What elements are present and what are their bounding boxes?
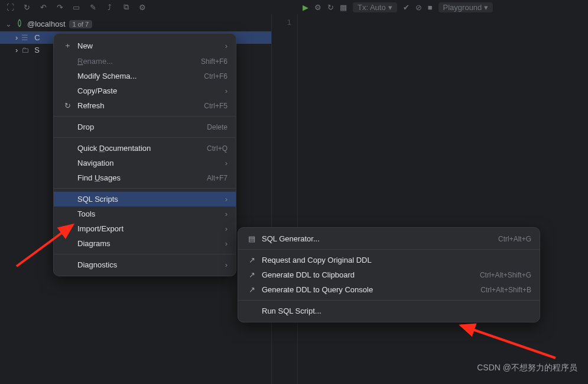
ctx-item-find-usages[interactable]: Find UsagesAlt+F7 (54, 170, 236, 185)
menu-item-label: Run SQL Script... (262, 306, 531, 315)
stop-icon[interactable]: ▩ (340, 3, 347, 12)
chevron-right-icon: › (220, 195, 228, 204)
context-menu: ＋New›Rename...Shift+F6Modify Schema...Ct… (53, 33, 236, 276)
ctx-item-tools[interactable]: Tools› (54, 206, 236, 221)
connection-row[interactable]: ⌄ @localhost 1 of 7 (0, 17, 271, 31)
editor-gutter: 1 (272, 14, 298, 384)
menu-item-label: Drop (77, 122, 197, 131)
menu-item-label: Rename... (77, 57, 191, 66)
stop-icon[interactable]: ■ (428, 3, 433, 12)
external-icon: ↗ (246, 270, 257, 279)
menu-item-shortcut: Ctrl+Alt+Shift+B (471, 286, 531, 294)
db-icon[interactable]: ▭ (71, 2, 82, 12)
leaf-icon (15, 19, 24, 29)
menu-item-label: Quick Documentation (77, 144, 197, 153)
menu-item-label: SQL Generator... (262, 234, 489, 243)
tree-item-label: C (34, 33, 40, 42)
editor-pane: 1 ▶ ⚙ ↻ ▩ Tx: Auto ▾ ✔ ⊘ ■ Playground ▾ (272, 14, 588, 384)
ctx-item-diagnostics[interactable]: Diagnostics› (54, 257, 236, 272)
ctx-item-copy-paste[interactable]: Copy/Paste› (54, 83, 236, 98)
chevron-right-icon: › (220, 159, 228, 167)
menu-item-label: Diagrams (77, 239, 216, 248)
rollback-icon[interactable]: ⊘ (415, 3, 422, 12)
menu-separator (54, 116, 236, 117)
menu-item-label: Refresh (77, 101, 194, 110)
ctx-item-diagrams[interactable]: Diagrams› (54, 236, 236, 251)
schema-icon: ☰ (21, 33, 31, 42)
connection-name: @localhost (27, 20, 66, 28)
menu-item-label: Generate DDL to Query Console (262, 285, 471, 294)
commit-icon[interactable]: ✔ (403, 3, 410, 12)
menu-separator (54, 188, 236, 189)
sql-item-sql-generator[interactable]: ▤SQL Generator...Ctrl+Alt+G (238, 231, 540, 246)
folder-icon: 🗀 (21, 46, 31, 54)
ctx-item-import-export[interactable]: Import/Export› (54, 221, 236, 236)
redo-icon[interactable]: ↷ (54, 2, 65, 12)
ctx-item-refresh[interactable]: ↻RefreshCtrl+F5 (54, 98, 236, 113)
tx-mode-dropdown[interactable]: Tx: Auto ▾ (353, 2, 397, 12)
ctx-item-navigation[interactable]: Navigation› (54, 156, 236, 170)
chevron-down-icon: ▾ (484, 3, 488, 12)
export-icon[interactable]: ⤴ (104, 2, 115, 12)
menu-item-shortcut: Delete (197, 123, 228, 131)
ctx-item-drop[interactable]: DropDelete (54, 120, 236, 134)
chevron-right-icon: › (220, 41, 228, 50)
chevron-right-icon: › (220, 260, 228, 269)
expand-icon[interactable]: ⛶ (5, 2, 15, 12)
history-icon[interactable]: ↻ (327, 3, 334, 12)
ctx-item-modify-schema[interactable]: Modify Schema...Ctrl+F6 (54, 69, 236, 83)
chevron-right-icon[interactable]: › (15, 33, 18, 42)
menu-item-label: Tools (77, 209, 216, 218)
menu-item-label: Navigation (77, 159, 216, 167)
chevron-right-icon: › (220, 86, 228, 95)
chevron-right-icon: › (220, 209, 228, 218)
chevron-down-icon[interactable]: ⌄ (5, 20, 12, 28)
menu-item-shortcut: Shift+F6 (191, 57, 228, 66)
menu-item-label: Request and Copy Original DDL (262, 256, 531, 264)
settings-icon[interactable]: ⚙ (314, 3, 321, 12)
undo-icon[interactable]: ↶ (38, 2, 48, 12)
menu-item-label: New (77, 41, 216, 50)
watermark: CSDN @不想努力的程序员 (477, 363, 577, 373)
chevron-down-icon: ▾ (388, 3, 392, 12)
query-icon[interactable]: ⧉ (121, 2, 131, 12)
ctx-item-rename: Rename...Shift+F6 (54, 54, 236, 69)
connection-counter: 1 of 7 (69, 20, 93, 28)
menu-item-label: Generate DDL to Clipboard (262, 270, 470, 279)
menu-item-shortcut: Ctrl+Alt+G (489, 235, 531, 243)
menu-item-label: SQL Scripts (77, 195, 216, 204)
generator-icon: ▤ (246, 234, 257, 243)
menu-item-shortcut: Ctrl+Alt+Shift+G (470, 271, 531, 279)
session-dropdown[interactable]: Playground ▾ (438, 2, 493, 12)
tree-item-label: S (34, 46, 40, 54)
refresh-icon[interactable]: ↻ (21, 2, 32, 12)
ctx-item-sql-scripts[interactable]: SQL Scripts› (54, 192, 236, 206)
chevron-right-icon: › (220, 224, 228, 233)
menu-item-label: Diagnostics (77, 260, 216, 269)
menu-item-label: Modify Schema... (77, 72, 194, 80)
sql-item-run-sql-script[interactable]: Run SQL Script... (238, 304, 540, 318)
menu-item-shortcut: Ctrl+Q (197, 144, 228, 153)
menu-item-label: Copy/Paste (77, 86, 216, 95)
run-icon[interactable]: ▶ (303, 3, 308, 12)
edit-icon[interactable]: ✎ (87, 2, 98, 12)
menu-item-shortcut: Alt+F7 (197, 174, 228, 182)
menu-separator (238, 300, 540, 301)
menu-item-label: Find Usages (77, 173, 197, 182)
sql-item-generate-ddl-to-clipboard[interactable]: ↗Generate DDL to ClipboardCtrl+Alt+Shift… (238, 267, 540, 282)
plus-icon: ＋ (62, 40, 73, 51)
chevron-right-icon: › (220, 239, 228, 248)
menu-separator (54, 137, 236, 138)
editor-code-area[interactable]: ▶ ⚙ ↻ ▩ Tx: Auto ▾ ✔ ⊘ ■ Playground ▾ (298, 14, 588, 384)
ctx-item-quick-documentation[interactable]: Quick DocumentationCtrl+Q (54, 141, 236, 156)
sql-item-request-and-copy-original-ddl[interactable]: ↗Request and Copy Original DDL (238, 253, 540, 267)
sql-item-generate-ddl-to-query-console[interactable]: ↗Generate DDL to Query ConsoleCtrl+Alt+S… (238, 282, 540, 297)
external-icon: ↗ (246, 256, 257, 264)
tools-icon[interactable]: ⚙ (137, 2, 148, 12)
chevron-right-icon[interactable]: › (15, 46, 18, 54)
menu-item-shortcut: Ctrl+F5 (194, 102, 228, 110)
menu-item-shortcut: Ctrl+F6 (194, 72, 228, 80)
editor-toolbar: ▶ ⚙ ↻ ▩ Tx: Auto ▾ ✔ ⊘ ■ Playground ▾ (298, 0, 588, 14)
sql-scripts-submenu: ▤SQL Generator...Ctrl+Alt+G↗Request and … (238, 227, 540, 322)
ctx-item-new[interactable]: ＋New› (54, 37, 236, 54)
